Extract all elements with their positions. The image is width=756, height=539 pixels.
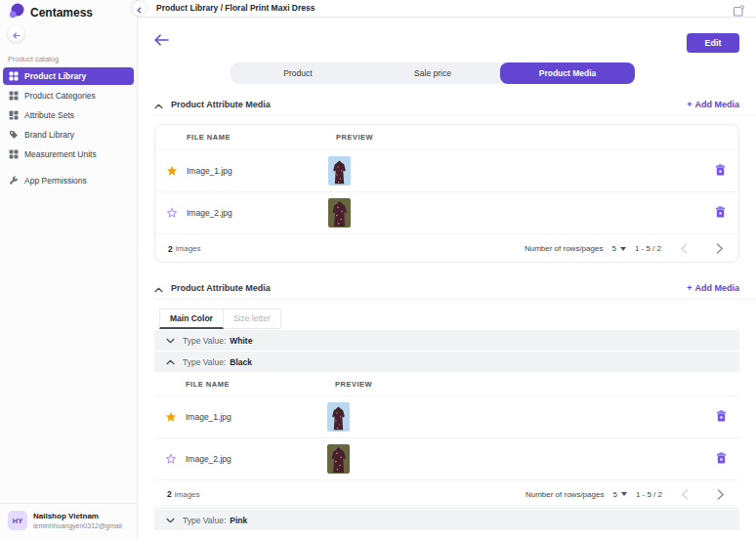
image-count-label: images [176,244,201,253]
sidebar-section-label: Product catalog [8,55,59,63]
star-filled-icon[interactable] [166,165,179,177]
table-row: Image_2.jpg [154,438,739,480]
type-value-row-black[interactable]: Type Value: Black [154,352,739,372]
file-name: Image_1.jpg [186,412,327,422]
add-media-button[interactable]: + Add Media [687,283,739,293]
type-value-row-white[interactable]: Type Value: White [154,330,739,351]
prev-page-button[interactable] [679,489,691,500]
rows-per-page-select[interactable]: 5 [611,244,625,253]
file-name: Image_2.jpg [187,208,328,218]
rows-per-page-select[interactable]: 5 [612,490,626,499]
breadcrumb-back-button[interactable] [132,1,147,16]
sidebar-collapse-button[interactable] [8,25,24,42]
column-file-name: FILE NAME [187,133,336,142]
delete-button[interactable] [716,450,727,468]
section-header-1: Product Attribute Media + Add Media [154,98,739,111]
preview-thumbnail [327,402,350,432]
section-title: Product Attribute Media [171,283,271,293]
chevron-up-icon[interactable] [154,96,163,113]
app-logo-icon [9,3,24,22]
plus-icon: + [687,283,692,293]
star-outline-icon[interactable] [166,207,179,219]
user-name: Nailshop Vietnam [33,512,122,521]
tab-product[interactable]: Product [231,62,365,84]
divider [154,299,756,300]
sidebar: Centamess Product catalog Product Librar… [0,0,138,539]
chevron-left-icon [137,0,142,18]
table-row: Image_1.jpg [155,150,738,192]
delete-button[interactable] [716,408,727,426]
attribute-subtabs: Main Color Size letter [159,309,281,329]
sidebar-item-label: Product Library [24,71,86,81]
table-header: FILE NAME PREVIEW [154,373,739,396]
type-value-row-pink[interactable]: Type Value: Pink [154,510,739,530]
page-tabs: Product Sale price Product Media [231,62,635,84]
prev-page-button[interactable] [678,243,690,254]
star-outline-icon[interactable] [165,453,178,465]
image-count-label: images [175,490,200,499]
grid-icon [9,110,19,120]
next-page-button[interactable] [715,489,727,500]
plus-icon: + [687,100,692,109]
tab-product-media[interactable]: Product Media [500,62,635,84]
caret-down-icon [621,492,627,496]
column-preview: PREVIEW [335,380,372,389]
image-count: 2 [168,244,173,254]
chevron-up-icon[interactable] [154,279,163,297]
chevron-up-icon [166,357,175,367]
sidebar-item-app-permissions[interactable]: App Permissions [3,172,134,189]
top-bar: Product Library / Floral Print Maxi Dres… [138,0,756,18]
file-name: Image_1.jpg [187,166,328,176]
type-value-prefix: Type Value: [183,336,226,346]
rows-per-page-label: Number of rows/pages [525,244,603,253]
preview-thumbnail [327,444,350,474]
section-header-2: Product Attribute Media + Add Media [154,281,739,295]
type-value-prefix: Type Value: [183,516,226,525]
chevron-down-icon [166,336,175,346]
preview-thumbnail [328,156,351,186]
page-range: 1 - 5 / 2 [635,244,661,253]
rows-per-page-label: Number of rows/pages [525,490,604,499]
subtab-size-letter[interactable]: Size letter [224,309,281,329]
grid-icon [9,149,19,159]
wrench-icon [9,176,19,186]
type-value-prefix: Type Value: [183,357,226,367]
media-table-card: FILE NAME PREVIEW Image_1.jpg Image_2.jp… [154,124,739,263]
type-value: White [230,336,252,346]
table-footer: 2 images Number of rows/pages 5 1 - 5 / … [155,234,738,263]
main-content: Edit Product Sale price Product Media Pr… [138,19,756,539]
add-media-button[interactable]: + Add Media [687,100,739,109]
sidebar-item-label: Product Categories [24,91,96,101]
sidebar-item-product-categories[interactable]: Product Categories [3,87,134,104]
sidebar-item-brand-library[interactable]: Brand Library [3,126,134,144]
edit-button[interactable]: Edit [687,33,739,53]
user-email: leminhhoangyen0312@gmail [33,521,122,530]
tag-icon [9,130,19,140]
user-profile[interactable]: HY Nailshop Vietnam leminhhoangyen0312@g… [0,503,137,539]
star-filled-icon[interactable] [165,411,178,423]
next-page-button[interactable] [714,243,726,254]
table-row: Image_2.jpg [155,192,738,234]
sidebar-item-measurement-units[interactable]: Measurement Units [3,145,134,163]
sidebar-item-attribute-sets[interactable]: Attribute Sets [3,106,134,124]
grid-icon [9,71,19,81]
image-count: 2 [167,489,172,499]
app-title: Centamess [30,6,93,20]
delete-button[interactable] [715,162,726,180]
tab-sale-price[interactable]: Sale price [365,62,500,84]
subtab-main-color[interactable]: Main Color [159,309,224,329]
column-file-name: FILE NAME [186,380,335,389]
type-value-stack: Type Value: White Type Value: Black FILE… [154,330,739,531]
table-footer: 2 images Number of rows/pages 5 1 - 5 / … [154,480,739,509]
sidebar-item-label: Brand Library [24,130,74,140]
delete-button[interactable] [715,204,726,222]
column-preview: PREVIEW [336,133,373,142]
file-name: Image_2.jpg [186,454,327,464]
back-button[interactable] [154,32,169,50]
sidebar-item-product-library[interactable]: Product Library [3,67,134,85]
breadcrumb: Product Library / Floral Print Maxi Dres… [156,0,315,17]
avatar: HY [8,511,27,530]
preview-thumbnail [328,198,351,228]
arrow-left-icon [154,32,169,49]
sidebar-item-label: App Permissions [24,176,87,186]
